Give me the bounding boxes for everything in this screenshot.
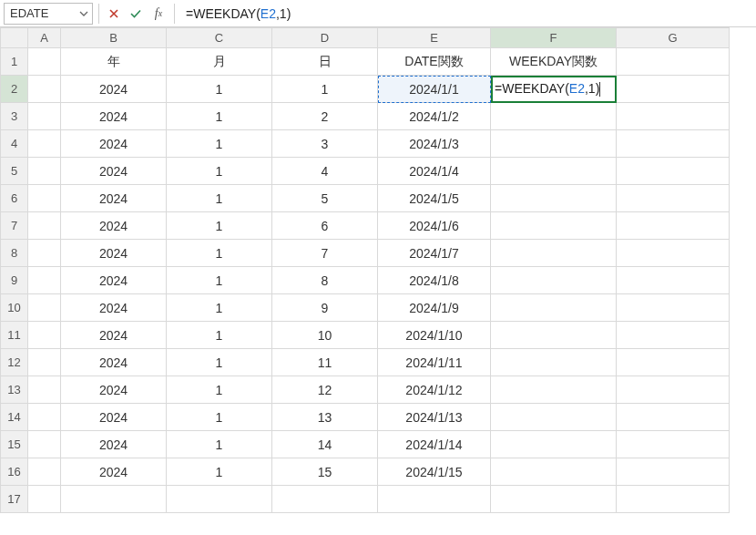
cell-E11[interactable]: 2024/1/10 xyxy=(378,322,491,349)
cell-B5[interactable]: 2024 xyxy=(61,158,167,185)
cell-D10[interactable]: 9 xyxy=(272,294,378,322)
cell-G6[interactable] xyxy=(617,185,730,212)
row-header-7[interactable]: 7 xyxy=(1,212,28,240)
cell-A10[interactable] xyxy=(28,294,61,322)
cell-E17[interactable] xyxy=(378,486,491,513)
cell-G13[interactable] xyxy=(617,376,730,404)
column-header-B[interactable]: B xyxy=(61,28,167,48)
cell-B15[interactable]: 2024 xyxy=(61,431,167,458)
cell-A1[interactable] xyxy=(28,48,61,76)
cell-E3[interactable]: 2024/1/2 xyxy=(378,103,491,130)
cell-A2[interactable] xyxy=(28,76,61,103)
row-header-4[interactable]: 4 xyxy=(1,130,28,158)
cell-C6[interactable]: 1 xyxy=(167,185,272,212)
cell-F13[interactable] xyxy=(491,376,617,404)
cell-G9[interactable] xyxy=(617,267,730,294)
cell-C3[interactable]: 1 xyxy=(167,103,272,130)
row-header-14[interactable]: 14 xyxy=(1,404,28,431)
cell-G4[interactable] xyxy=(617,130,730,158)
cell-B4[interactable]: 2024 xyxy=(61,130,167,158)
cell-B6[interactable]: 2024 xyxy=(61,185,167,212)
cell-D15[interactable]: 14 xyxy=(272,431,378,458)
row-header-3[interactable]: 3 xyxy=(1,103,28,130)
cell-A17[interactable] xyxy=(28,486,61,513)
cell-F11[interactable] xyxy=(491,322,617,349)
cell-F10[interactable] xyxy=(491,294,617,322)
cell-E6[interactable]: 2024/1/5 xyxy=(378,185,491,212)
cell-F14[interactable] xyxy=(491,404,617,431)
cell-B14[interactable]: 2024 xyxy=(61,404,167,431)
cell-D6[interactable]: 5 xyxy=(272,185,378,212)
cell-G16[interactable] xyxy=(617,458,730,486)
cell-F16[interactable] xyxy=(491,458,617,486)
formula-input[interactable]: =WEEKDAY(E2,1) xyxy=(180,4,752,24)
cell-F6[interactable] xyxy=(491,185,617,212)
cell-E1[interactable]: DATE関数 xyxy=(378,48,491,76)
row-header-16[interactable]: 16 xyxy=(1,458,28,486)
row-header-17[interactable]: 17 xyxy=(1,486,28,513)
cell-F2[interactable]: =WEEKDAY(E2,1) xyxy=(491,76,617,103)
cell-A5[interactable] xyxy=(28,158,61,185)
cell-B17[interactable] xyxy=(61,486,167,513)
cell-E5[interactable]: 2024/1/4 xyxy=(378,158,491,185)
cell-A14[interactable] xyxy=(28,404,61,431)
cell-C7[interactable]: 1 xyxy=(167,212,272,240)
cell-E15[interactable]: 2024/1/14 xyxy=(378,431,491,458)
cell-C5[interactable]: 1 xyxy=(167,158,272,185)
cell-F5[interactable] xyxy=(491,158,617,185)
cell-D5[interactable]: 4 xyxy=(272,158,378,185)
cell-C14[interactable]: 1 xyxy=(167,404,272,431)
cell-C13[interactable]: 1 xyxy=(167,376,272,404)
cell-F12[interactable] xyxy=(491,349,617,376)
cell-E10[interactable]: 2024/1/9 xyxy=(378,294,491,322)
column-header-E[interactable]: E xyxy=(378,28,491,48)
cell-A12[interactable] xyxy=(28,349,61,376)
cell-A6[interactable] xyxy=(28,185,61,212)
cell-F9[interactable] xyxy=(491,267,617,294)
column-header-A[interactable]: A xyxy=(28,28,61,48)
row-header-12[interactable]: 12 xyxy=(1,349,28,376)
row-header-1[interactable]: 1 xyxy=(1,48,28,76)
column-header-G[interactable]: G xyxy=(617,28,730,48)
cell-F1[interactable]: WEEKDAY関数 xyxy=(491,48,617,76)
cell-D16[interactable]: 15 xyxy=(272,458,378,486)
enter-button[interactable] xyxy=(127,4,145,24)
cell-D12[interactable]: 11 xyxy=(272,349,378,376)
cell-A3[interactable] xyxy=(28,103,61,130)
cell-B16[interactable]: 2024 xyxy=(61,458,167,486)
cell-B7[interactable]: 2024 xyxy=(61,212,167,240)
cell-E13[interactable]: 2024/1/12 xyxy=(378,376,491,404)
cell-B2[interactable]: 2024 xyxy=(61,76,167,103)
cell-B1[interactable]: 年 xyxy=(61,48,167,76)
cell-F3[interactable] xyxy=(491,103,617,130)
cell-B10[interactable]: 2024 xyxy=(61,294,167,322)
row-header-2[interactable]: 2 xyxy=(1,76,28,103)
cell-G12[interactable] xyxy=(617,349,730,376)
cell-A15[interactable] xyxy=(28,431,61,458)
cell-G11[interactable] xyxy=(617,322,730,349)
cell-B3[interactable]: 2024 xyxy=(61,103,167,130)
cell-E14[interactable]: 2024/1/13 xyxy=(378,404,491,431)
cell-D17[interactable] xyxy=(272,486,378,513)
cell-B11[interactable]: 2024 xyxy=(61,322,167,349)
cell-E16[interactable]: 2024/1/15 xyxy=(378,458,491,486)
row-header-5[interactable]: 5 xyxy=(1,158,28,185)
cell-C16[interactable]: 1 xyxy=(167,458,272,486)
cell-C17[interactable] xyxy=(167,486,272,513)
cell-G17[interactable] xyxy=(617,486,730,513)
cell-F7[interactable] xyxy=(491,212,617,240)
cell-C4[interactable]: 1 xyxy=(167,130,272,158)
cell-G1[interactable] xyxy=(617,48,730,76)
cell-D7[interactable]: 6 xyxy=(272,212,378,240)
cell-C2[interactable]: 1 xyxy=(167,76,272,103)
cell-C8[interactable]: 1 xyxy=(167,240,272,267)
cell-C9[interactable]: 1 xyxy=(167,267,272,294)
cell-D8[interactable]: 7 xyxy=(272,240,378,267)
row-header-15[interactable]: 15 xyxy=(1,431,28,458)
cell-C12[interactable]: 1 xyxy=(167,349,272,376)
cell-B9[interactable]: 2024 xyxy=(61,267,167,294)
cell-C11[interactable]: 1 xyxy=(167,322,272,349)
cell-D4[interactable]: 3 xyxy=(272,130,378,158)
cell-A9[interactable] xyxy=(28,267,61,294)
cell-G5[interactable] xyxy=(617,158,730,185)
